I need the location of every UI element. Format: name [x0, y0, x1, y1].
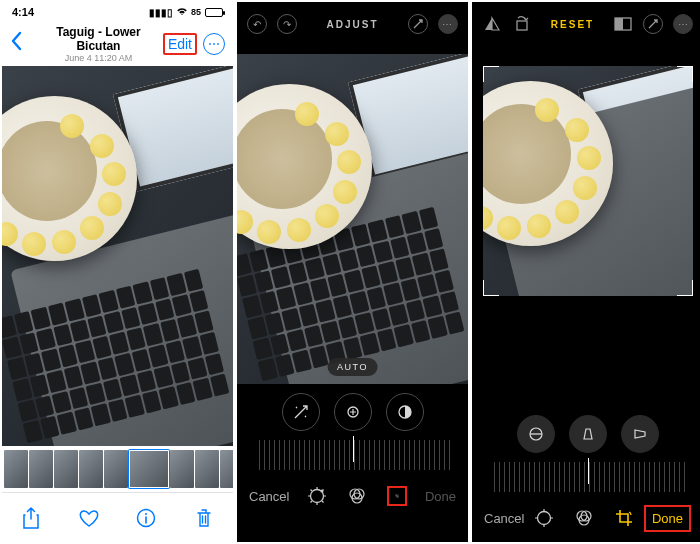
adjustment-ruler[interactable]	[255, 440, 450, 470]
more-options-button[interactable]: ⋯	[203, 33, 225, 55]
nav-title-wrap: Taguig - Lower Bicutan June 4 11:20 AM	[34, 25, 163, 63]
rotate-icon[interactable]	[512, 14, 532, 34]
flip-vertical-icon[interactable]	[482, 14, 502, 34]
status-right: ▮▮▮▯ 85	[149, 7, 223, 18]
thumbnail[interactable]	[170, 450, 194, 488]
thumbnail[interactable]	[195, 450, 219, 488]
phone-screen-crop: RESET ⋯	[472, 2, 700, 542]
crop-top-bar: RESET ⋯	[472, 2, 700, 46]
phone-screen-adjust: ↶ ↷ ADJUST ⋯ AUTO	[237, 2, 468, 542]
auto-pill: AUTO	[327, 358, 378, 376]
heart-icon[interactable]	[79, 508, 99, 528]
straighten-dial[interactable]	[517, 415, 555, 453]
thumbnail-strip[interactable]	[2, 446, 233, 492]
crop-ruler[interactable]	[490, 462, 685, 492]
cancel-button[interactable]: Cancel	[484, 511, 524, 526]
svg-line-9	[311, 490, 313, 492]
thumbnail-selected[interactable]	[129, 450, 169, 488]
photo-viewport[interactable]	[2, 66, 233, 446]
thumbnail[interactable]	[4, 450, 28, 488]
wifi-icon	[176, 7, 188, 18]
markup-button[interactable]	[643, 14, 663, 34]
edit-tabs	[534, 508, 634, 528]
redo-button[interactable]: ↷	[277, 14, 297, 34]
svg-line-11	[311, 501, 313, 503]
svg-point-22	[538, 512, 551, 525]
battery-icon	[205, 8, 223, 17]
svg-point-1	[145, 513, 147, 515]
crop-handle-br[interactable]	[677, 280, 693, 296]
undo-button[interactable]: ↶	[247, 14, 267, 34]
crop-tab-icon[interactable]	[614, 508, 634, 528]
adjustment-dials	[237, 384, 468, 440]
status-time: 4:14	[12, 6, 34, 18]
edit-top-bar: ↶ ↷ ADJUST ⋯	[237, 2, 468, 46]
info-icon[interactable]	[136, 508, 156, 528]
crop-area[interactable]	[472, 66, 700, 406]
filters-tab-icon[interactable]	[347, 486, 367, 506]
edit-bottom-bar: Cancel Done	[237, 470, 468, 522]
crop-handle-tr[interactable]	[677, 66, 693, 82]
thumbnail[interactable]	[104, 450, 128, 488]
crop-dials	[472, 406, 700, 462]
more-button[interactable]: ⋯	[438, 14, 458, 34]
phone-screen-photo-view: 4:14 ▮▮▮▯ 85 Taguig - Lower Bicutan June…	[2, 2, 233, 542]
adjust-tab-icon[interactable]	[307, 486, 327, 506]
thumbnail[interactable]	[79, 450, 103, 488]
signal-icon: ▮▮▮▯	[149, 7, 173, 18]
back-button[interactable]	[10, 31, 34, 57]
thumbnail[interactable]	[54, 450, 78, 488]
reset-button[interactable]: RESET	[551, 19, 594, 30]
svg-point-13	[321, 490, 324, 493]
svg-line-10	[322, 501, 324, 503]
share-icon[interactable]	[21, 508, 41, 528]
crop-tab-icon[interactable]	[387, 486, 407, 506]
photo-location-title: Taguig - Lower Bicutan	[34, 25, 163, 53]
more-button[interactable]: ⋯	[673, 14, 693, 34]
markup-button[interactable]	[408, 14, 428, 34]
done-button[interactable]: Done	[425, 489, 456, 504]
photo-toolbar	[2, 492, 233, 542]
edit-photo-viewport[interactable]: AUTO	[237, 54, 468, 384]
horizontal-perspective-dial[interactable]	[621, 415, 659, 453]
brilliance-dial[interactable]	[386, 393, 424, 431]
edit-tabs	[307, 486, 407, 506]
crop-frame[interactable]	[483, 66, 693, 296]
thumbnail[interactable]	[29, 450, 53, 488]
photo-date-subtitle: June 4 11:20 AM	[34, 53, 163, 63]
crop-handle-tl[interactable]	[483, 66, 499, 82]
cancel-button[interactable]: Cancel	[249, 489, 289, 504]
battery-level: 85	[191, 7, 201, 17]
svg-rect-19	[615, 18, 623, 30]
trash-icon[interactable]	[194, 508, 214, 528]
status-bar: 4:14 ▮▮▮▯ 85	[2, 2, 233, 22]
nav-bar: Taguig - Lower Bicutan June 4 11:20 AM E…	[2, 22, 233, 66]
adjust-tab-icon[interactable]	[534, 508, 554, 528]
done-button[interactable]: Done	[644, 505, 691, 532]
crop-handle-bl[interactable]	[483, 280, 499, 296]
vertical-perspective-dial[interactable]	[569, 415, 607, 453]
crop-bottom-bar: Cancel Done	[472, 492, 700, 542]
svg-rect-17	[517, 21, 527, 30]
auto-enhance-dial[interactable]	[282, 393, 320, 431]
exposure-dial[interactable]	[334, 393, 372, 431]
edit-button[interactable]: Edit	[163, 33, 197, 55]
adjust-label: ADJUST	[326, 19, 378, 30]
aspect-ratio-icon[interactable]	[613, 14, 633, 34]
thumbnail[interactable]	[220, 450, 233, 488]
filters-tab-icon[interactable]	[574, 508, 594, 528]
